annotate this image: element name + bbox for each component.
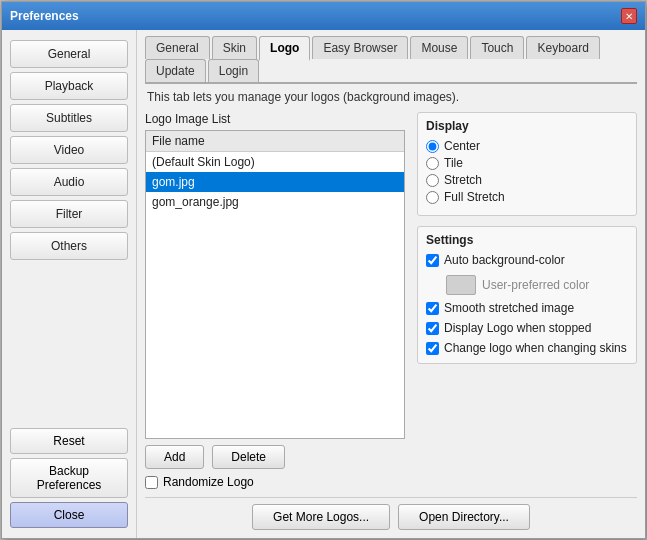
change-logo-checkbox[interactable] — [426, 342, 439, 355]
close-window-button[interactable]: ✕ — [621, 8, 637, 24]
display-logo-checkbox[interactable] — [426, 322, 439, 335]
tab-touch[interactable]: Touch — [470, 36, 524, 59]
tab-skin[interactable]: Skin — [212, 36, 257, 59]
full-stretch-radio[interactable] — [426, 191, 439, 204]
window-title: Preferences — [10, 9, 79, 23]
stretch-radio[interactable] — [426, 174, 439, 187]
list-item-default[interactable]: (Default Skin Logo) — [146, 152, 404, 172]
sidebar-item-filter[interactable]: Filter — [10, 200, 128, 228]
stretch-label[interactable]: Stretch — [444, 173, 482, 187]
display-logo-label[interactable]: Display Logo when stopped — [444, 321, 591, 335]
sidebar-bottom: Reset Backup Preferences Close — [10, 428, 128, 528]
smooth-row: Smooth stretched image — [426, 301, 628, 315]
logo-list-section: Logo Image List File name (Default Skin … — [145, 112, 405, 489]
sidebar-item-others[interactable]: Others — [10, 232, 128, 260]
delete-button[interactable]: Delete — [212, 445, 285, 469]
smooth-checkbox[interactable] — [426, 302, 439, 315]
center-radio[interactable] — [426, 140, 439, 153]
tab-update[interactable]: Update — [145, 59, 206, 82]
tile-label[interactable]: Tile — [444, 156, 463, 170]
tab-general[interactable]: General — [145, 36, 210, 59]
settings-group: Settings Auto background-color User-pref… — [417, 226, 637, 364]
tab-mouse[interactable]: Mouse — [410, 36, 468, 59]
display-full-stretch-row: Full Stretch — [426, 190, 628, 204]
content-area: General Playback Subtitles Video Audio F… — [2, 30, 645, 538]
add-button[interactable]: Add — [145, 445, 204, 469]
change-logo-row: Change logo when changing skins — [426, 341, 628, 355]
change-logo-label[interactable]: Change logo when changing skins — [444, 341, 627, 355]
auto-bg-label[interactable]: Auto background-color — [444, 253, 565, 267]
sidebar-item-video[interactable]: Video — [10, 136, 128, 164]
full-stretch-label[interactable]: Full Stretch — [444, 190, 505, 204]
get-more-logos-button[interactable]: Get More Logos... — [252, 504, 390, 530]
sidebar-item-general[interactable]: General — [10, 40, 128, 68]
tab-logo[interactable]: Logo — [259, 36, 310, 61]
logo-list-box: File name (Default Skin Logo) gom.jpg go… — [145, 130, 405, 439]
sidebar-spacer — [10, 264, 128, 424]
center-label[interactable]: Center — [444, 139, 480, 153]
tab-body: Logo Image List File name (Default Skin … — [145, 112, 637, 489]
display-group: Display Center Tile Stretch — [417, 112, 637, 216]
tab-keyboard[interactable]: Keyboard — [526, 36, 599, 59]
auto-bg-row: Auto background-color — [426, 253, 628, 267]
display-title: Display — [426, 119, 628, 133]
randomize-label[interactable]: Randomize Logo — [163, 475, 254, 489]
list-item-gom-orange[interactable]: gom_orange.jpg — [146, 192, 404, 212]
sidebar-item-playback[interactable]: Playback — [10, 72, 128, 100]
sidebar: General Playback Subtitles Video Audio F… — [2, 30, 137, 538]
smooth-label[interactable]: Smooth stretched image — [444, 301, 574, 315]
logo-list-label: Logo Image List — [145, 112, 405, 126]
reset-button[interactable]: Reset — [10, 428, 128, 454]
settings-options: Auto background-color User-preferred col… — [426, 253, 628, 355]
auto-bg-checkbox[interactable] — [426, 254, 439, 267]
tab-description: This tab lets you manage your logos (bac… — [145, 90, 637, 104]
randomize-checkbox[interactable] — [145, 476, 158, 489]
tab-login[interactable]: Login — [208, 59, 259, 82]
color-swatch[interactable] — [446, 275, 476, 295]
color-label: User-preferred color — [482, 278, 589, 292]
backup-preferences-button[interactable]: Backup Preferences — [10, 458, 128, 498]
open-directory-button[interactable]: Open Directory... — [398, 504, 530, 530]
color-row: User-preferred color — [426, 275, 628, 295]
main-panel: General Skin Logo Easy Browser Mouse Tou… — [137, 30, 645, 538]
close-button[interactable]: Close — [10, 502, 128, 528]
list-item-gom[interactable]: gom.jpg — [146, 172, 404, 192]
settings-title: Settings — [426, 233, 628, 247]
tab-easy-browser[interactable]: Easy Browser — [312, 36, 408, 59]
display-center-row: Center — [426, 139, 628, 153]
right-panel: Display Center Tile Stretch — [417, 112, 637, 489]
preferences-window: Preferences ✕ General Playback Subtitles… — [1, 1, 646, 539]
display-stretch-row: Stretch — [426, 173, 628, 187]
sidebar-item-audio[interactable]: Audio — [10, 168, 128, 196]
display-logo-row: Display Logo when stopped — [426, 321, 628, 335]
bottom-buttons: Get More Logos... Open Directory... — [145, 497, 637, 530]
sidebar-item-subtitles[interactable]: Subtitles — [10, 104, 128, 132]
randomize-row: Randomize Logo — [145, 475, 405, 489]
tile-radio[interactable] — [426, 157, 439, 170]
list-buttons: Add Delete — [145, 445, 405, 469]
display-tile-row: Tile — [426, 156, 628, 170]
tab-bar: General Skin Logo Easy Browser Mouse Tou… — [145, 36, 637, 84]
title-bar: Preferences ✕ — [2, 2, 645, 30]
list-header: File name — [146, 131, 404, 152]
